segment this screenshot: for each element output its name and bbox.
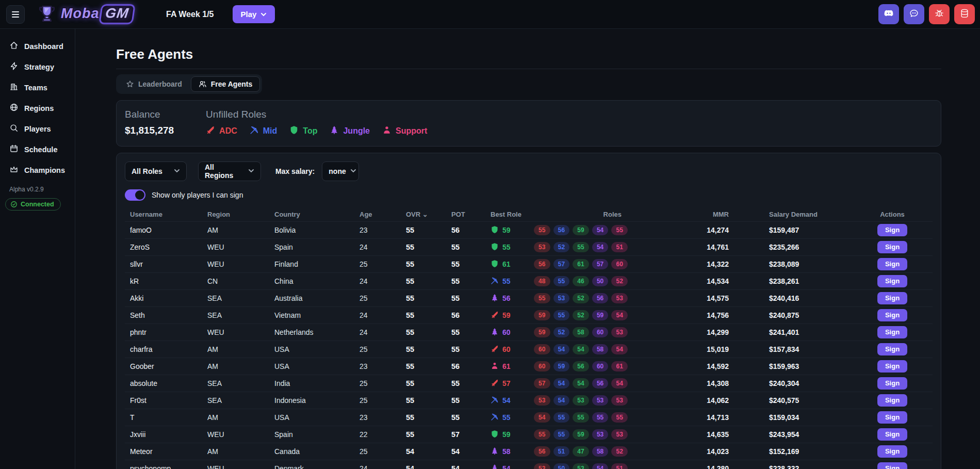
sidebar-item-champions[interactable]: Champions [0, 160, 75, 181]
table-row[interactable]: SethSEAVietnam24555659595552595414,756$2… [125, 306, 933, 324]
balance-block: Balance $1,815,278 [125, 109, 174, 137]
bug-button[interactable] [929, 4, 950, 24]
filter-row: All Roles All Regions Max salary: none [125, 161, 933, 181]
col-best-role[interactable]: Best Role [485, 211, 527, 218]
table-row[interactable]: absoluteSEAIndia25555557575454565414,308… [125, 375, 933, 392]
col-roles[interactable]: Roles [527, 211, 628, 218]
sidebar-item-strategy[interactable]: Strategy [0, 57, 75, 77]
region-cell: AM [202, 226, 269, 234]
tab-free-agents[interactable]: Free Agents [191, 76, 260, 92]
sign-button[interactable]: Sign [877, 275, 907, 287]
can-sign-toggle[interactable] [125, 189, 145, 201]
salary-cell: $240,575 [729, 396, 851, 405]
sign-button[interactable]: Sign [877, 241, 907, 253]
app-logo: MobaGM [36, 3, 132, 26]
role-filter-dropdown[interactable]: All Roles [125, 161, 187, 181]
country-cell: Spain [269, 430, 354, 439]
ovr-cell: 55 [401, 260, 446, 268]
col-country[interactable]: Country [269, 211, 354, 218]
table-row[interactable]: famoOAMBolivia23555659555659545514,274$1… [125, 221, 933, 238]
table-row[interactable]: JxviiiWEUSpain22555759555559535314,635$2… [125, 426, 933, 443]
ovr-cell: 55 [401, 277, 446, 285]
roles-cell: 4855465052 [527, 276, 628, 286]
discord-button[interactable] [878, 4, 899, 24]
role-rating-pill-mid: 54 [553, 395, 570, 406]
sidebar-item-label: Teams [24, 84, 47, 92]
sign-button[interactable]: Sign [877, 309, 907, 321]
sign-button[interactable]: Sign [877, 343, 907, 355]
ovr-cell: 55 [401, 311, 446, 319]
region-cell: AM [202, 447, 269, 456]
ovr-cell: 55 [401, 413, 446, 422]
role-rating-pill-top: 56 [573, 361, 589, 371]
chat-button[interactable] [904, 4, 924, 24]
best-role-cell: 54 [485, 464, 527, 469]
role-rating-pill-adc: 60 [534, 361, 550, 371]
table-row[interactable]: charfraAMUSA25555560605454585415,019$157… [125, 341, 933, 358]
role-rating-pill-jungle: 53 [592, 429, 609, 440]
role-rating-pill-top: 55 [573, 412, 589, 423]
ovr-cell: 55 [401, 243, 446, 251]
tab-bar: Leaderboard Free Agents [116, 74, 262, 94]
adc-icon [491, 345, 499, 354]
sign-button[interactable]: Sign [877, 360, 907, 373]
role-rating-pill-mid: 56 [553, 225, 570, 235]
sign-button[interactable]: Sign [877, 428, 907, 441]
table-row[interactable]: TAMUSA23555555545555555514,713$159,034Si… [125, 409, 933, 426]
col-region[interactable]: Region [202, 211, 269, 218]
ovr-cell: 55 [401, 362, 446, 370]
sign-button[interactable]: Sign [877, 292, 907, 304]
max-salary-dropdown[interactable]: none [322, 161, 359, 181]
role-rating-pill-top: 55 [573, 242, 589, 252]
table-row[interactable]: psychopompWEUDenmark24545454535053545114… [125, 460, 933, 469]
sidebar-item-players[interactable]: Players [0, 119, 75, 139]
col-pot[interactable]: POT [446, 211, 485, 218]
col-salary-demand[interactable]: Salary Demand [729, 211, 851, 218]
sidebar-item-teams[interactable]: Teams [0, 77, 75, 98]
sidebar-item-regions[interactable]: Regions [0, 98, 75, 119]
col-ovr[interactable]: OVR ⌄ [401, 211, 446, 218]
actions-cell: Sign [851, 343, 934, 355]
table-row[interactable]: phntrWEUNetherlands24555560595258605314,… [125, 324, 933, 341]
play-button[interactable]: Play [233, 5, 275, 23]
topbar: MobaGM FA Week 1/5 Play [0, 0, 980, 29]
sign-button[interactable]: Sign [877, 411, 907, 424]
age-cell: 25 [354, 294, 401, 302]
table-row[interactable]: ZeroSWEUSpain24555555535255545114,761$23… [125, 238, 933, 255]
country-cell: USA [269, 345, 354, 353]
jungle-icon [330, 125, 339, 137]
sign-button[interactable]: Sign [877, 394, 907, 407]
region-filter-dropdown[interactable]: All Regions [198, 161, 261, 181]
table-row[interactable]: Fr0stSEAIndonesia25555554535453535314,06… [125, 392, 933, 409]
sign-button[interactable]: Sign [877, 462, 907, 469]
tab-leaderboard[interactable]: Leaderboard [118, 76, 190, 92]
actions-cell: Sign [851, 377, 934, 390]
role-rating-pill-support: 53 [611, 395, 628, 406]
sign-button[interactable]: Sign [877, 326, 907, 338]
table-row[interactable]: GooberAMUSA23555661605956606114,592$159,… [125, 358, 933, 375]
table-row[interactable]: MeteorAMCanada25545458565147585214,023$1… [125, 443, 933, 460]
database-button[interactable] [954, 4, 975, 24]
unfilled-roles-block: Unfilled Roles ADCMidTopJungleSupport [206, 109, 427, 137]
table-row[interactable]: kRCNChina24555555485546505214,534$238,26… [125, 272, 933, 289]
col-mmr[interactable]: MMR [628, 211, 729, 218]
sign-button[interactable]: Sign [877, 258, 907, 270]
sidebar-item-label: Regions [24, 104, 54, 112]
role-rating-pill-jungle: 55 [592, 412, 609, 423]
sidebar-item-schedule[interactable]: Schedule [0, 139, 75, 160]
ovr-cell: 55 [401, 328, 446, 336]
table-row[interactable]: sllvrWEUFinland25555561565761576014,322$… [125, 255, 933, 272]
age-cell: 22 [354, 430, 401, 439]
sign-button[interactable]: Sign [877, 224, 907, 236]
table-row[interactable]: AkkiSEAAustralia25555556555352565314,575… [125, 289, 933, 306]
col-age[interactable]: Age [354, 211, 401, 218]
sidebar: DashboardStrategyTeamsRegionsPlayersSche… [0, 29, 75, 469]
sign-button[interactable]: Sign [877, 445, 907, 458]
sign-button[interactable]: Sign [877, 377, 907, 390]
col-username[interactable]: Username [125, 211, 202, 218]
home-icon [9, 41, 19, 52]
mmr-cell: 14,592 [628, 362, 729, 370]
free-agents-panel: All Roles All Regions Max salary: none S… [116, 153, 941, 469]
menu-icon[interactable] [6, 5, 25, 24]
sidebar-item-dashboard[interactable]: Dashboard [0, 36, 75, 57]
